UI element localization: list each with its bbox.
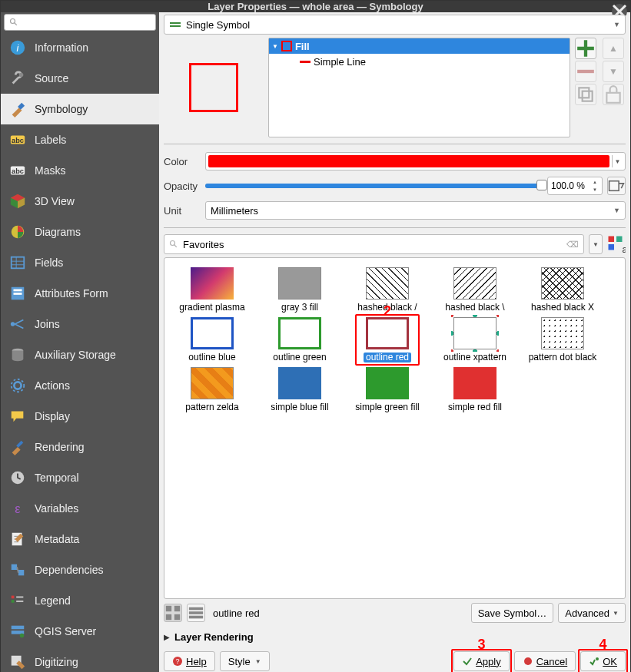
- sidebar-item-fields[interactable]: Fields: [1, 247, 159, 278]
- gallery-item[interactable]: hashed black X: [521, 267, 604, 313]
- paintbrush-icon: [8, 438, 27, 456]
- sidebar-item-auxstorage[interactable]: Auxiliary Storage: [1, 339, 159, 370]
- sidebar-item-attributesform[interactable]: Attributes Form: [1, 278, 159, 309]
- plus-icon: [576, 38, 596, 58]
- svg-rect-41: [609, 181, 619, 191]
- save-symbol-button[interactable]: Save Symbol…: [471, 603, 554, 623]
- style-filter-input[interactable]: Favorites ⌫: [164, 234, 584, 254]
- svg-rect-26: [12, 564, 17, 570]
- sidebar-item-labels[interactable]: abcLabels: [1, 124, 159, 155]
- svg-text:abc: abc: [12, 167, 24, 175]
- apply-button[interactable]: 3 Apply: [453, 651, 510, 671]
- svg-rect-40: [606, 93, 619, 103]
- opacity-slider[interactable]: [205, 184, 543, 188]
- sidebar-item-joins[interactable]: Joins: [1, 309, 159, 339]
- gear-icon: [8, 376, 27, 395]
- sidebar-item-digitizing[interactable]: Digitizing: [1, 647, 159, 672]
- divider: [164, 227, 626, 228]
- sidebar-search[interactable]: [4, 14, 156, 31]
- speech-icon: [8, 407, 27, 425]
- sidebar-item-3dview[interactable]: 3D View: [1, 186, 159, 217]
- gallery-item[interactable]: gray 3 fill: [258, 267, 341, 313]
- gallery-item[interactable]: simple blue fill: [258, 367, 341, 412]
- sidebar-item-label: 3D View: [35, 195, 75, 207]
- symbol-layer-tree[interactable]: ▼ Fill Simple Line: [268, 38, 570, 137]
- sidebar-item-masks[interactable]: abcMasks: [1, 155, 159, 186]
- list-view-button[interactable]: [187, 604, 205, 622]
- svg-rect-37: [170, 25, 181, 27]
- sidebar-item-display[interactable]: Display: [1, 401, 159, 432]
- gallery-item[interactable]: simple green fill: [346, 367, 429, 412]
- sidebar-item-temporal[interactable]: Temporal: [1, 462, 159, 493]
- gallery-item[interactable]: outline blue: [171, 317, 254, 362]
- add-layer-button[interactable]: [575, 38, 596, 59]
- duplicate-layer-button[interactable]: [575, 84, 596, 105]
- sidebar-item-label: Actions: [35, 379, 70, 392]
- sidebar-item-label: Auxiliary Storage: [35, 349, 116, 361]
- opacity-spinbox[interactable]: 100.0 % ▲▼: [547, 177, 603, 195]
- selected-style-name: outline red: [210, 607, 467, 619]
- clear-icon[interactable]: ⌫: [566, 240, 579, 250]
- data-override-icon: [608, 177, 625, 194]
- svg-text:ε: ε: [15, 502, 21, 515]
- cancel-button[interactable]: Cancel: [514, 651, 576, 671]
- filter-dropdown[interactable]: ▼: [589, 234, 603, 254]
- chevron-down-icon: ▼: [613, 21, 620, 28]
- gallery-item[interactable]: pattern dot black: [521, 317, 604, 362]
- layer-rendering-section[interactable]: ▶ Layer Rendering: [164, 627, 626, 647]
- preview-swatch: [189, 63, 238, 112]
- form-icon: [8, 284, 27, 303]
- sidebar-item-symbology[interactable]: Symbology: [1, 94, 159, 124]
- style-manager-button[interactable]: a: [607, 235, 626, 253]
- sidebar-item-actions[interactable]: Actions: [1, 370, 159, 401]
- sidebar-item-rendering[interactable]: Rendering: [1, 432, 159, 462]
- ok-button[interactable]: 4 OK: [580, 651, 626, 671]
- gallery-item[interactable]: simple red fill: [433, 367, 516, 412]
- svg-line-43: [174, 245, 177, 247]
- move-up-button[interactable]: ▲: [603, 38, 624, 59]
- layer-tree-simpleline[interactable]: Simple Line: [269, 54, 570, 69]
- chevron-down-icon[interactable]: ▼: [612, 155, 623, 167]
- gallery-item[interactable]: outline green: [258, 317, 341, 362]
- cancel-icon: [523, 656, 533, 667]
- gallery-item[interactable]: gradient plasma: [171, 267, 254, 313]
- sidebar: iInformation Source Symbology abcLabels …: [1, 12, 159, 672]
- fields-icon: [8, 253, 27, 272]
- sidebar-item-legend[interactable]: Legend: [1, 585, 159, 616]
- gallery-item[interactable]: pattern zelda: [171, 367, 254, 412]
- style-button[interactable]: Style▼: [220, 651, 270, 671]
- lock-layer-button[interactable]: [603, 84, 624, 105]
- sidebar-item-label: Dependencies: [35, 564, 104, 576]
- sidebar-item-information[interactable]: iInformation: [1, 32, 159, 63]
- gallery-item-selected[interactable]: 2 outline red: [346, 317, 429, 362]
- unit-label: Unit: [164, 205, 201, 217]
- sidebar-item-label: QGIS Server: [35, 625, 96, 637]
- move-down-button[interactable]: ▼: [603, 61, 624, 82]
- unit-select[interactable]: Millimeters ▼: [205, 201, 626, 220]
- gallery-item[interactable]: hashed black \: [433, 267, 516, 313]
- help-button[interactable]: ? Help: [164, 651, 215, 671]
- opacity-value: 100.0 %: [551, 180, 585, 191]
- sidebar-item-source[interactable]: Source: [1, 63, 159, 94]
- data-defined-button[interactable]: [607, 177, 626, 195]
- advanced-button[interactable]: Advanced▼: [558, 603, 626, 623]
- chevron-down-icon: ▼: [613, 610, 619, 617]
- sidebar-item-qgisserver[interactable]: QGIS Server: [1, 616, 159, 647]
- svg-point-42: [171, 241, 175, 246]
- color-picker[interactable]: ▼: [205, 152, 626, 170]
- symbol-type-select[interactable]: Single Symbol ▼: [164, 15, 626, 35]
- layer-tree-fill[interactable]: ▼ Fill: [269, 38, 570, 54]
- sidebar-item-label: Joins: [35, 318, 60, 330]
- sidebar-item-diagrams[interactable]: Diagrams: [1, 217, 159, 247]
- svg-point-20: [14, 382, 21, 389]
- sidebar-item-metadata[interactable]: Metadata: [1, 524, 159, 554]
- minus-icon: [576, 61, 596, 81]
- grid-icon: [164, 604, 181, 621]
- remove-layer-button[interactable]: [575, 61, 596, 82]
- collapse-icon[interactable]: ▼: [272, 43, 278, 50]
- gallery-item[interactable]: outline xpattern: [433, 317, 516, 362]
- sidebar-item-dependencies[interactable]: Dependencies: [1, 554, 159, 585]
- unit-value: Millimeters: [211, 205, 258, 217]
- icon-view-button[interactable]: [164, 604, 182, 622]
- sidebar-item-variables[interactable]: εVariables: [1, 493, 159, 524]
